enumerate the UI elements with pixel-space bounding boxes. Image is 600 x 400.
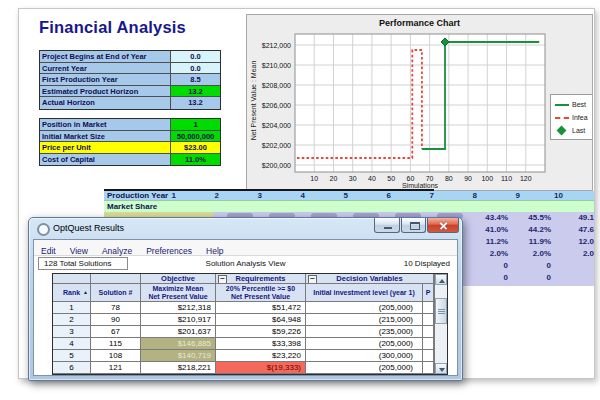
scroll-down-button[interactable] (435, 363, 447, 374)
menu-item-preferences[interactable]: Preferences (139, 244, 199, 256)
group-header-decision-variables[interactable]: Decision Variables− (306, 274, 434, 284)
legend-swatch-diamond-icon (555, 127, 569, 134)
y-axis-label: Net Present Value : Mean (250, 41, 257, 161)
rank-cell[interactable]: 2 (53, 314, 91, 326)
partial-cell[interactable] (423, 338, 434, 350)
objective-cell[interactable]: $212,318 (141, 302, 216, 314)
partial-cell[interactable] (423, 302, 434, 314)
solution-cell[interactable]: 90 (91, 314, 141, 326)
menu-item-help[interactable]: Help (199, 244, 230, 256)
minimize-button[interactable] (374, 218, 400, 233)
detail-cell[interactable]: 12.0 (554, 236, 594, 248)
objective-cell[interactable]: $201,637 (141, 326, 216, 338)
partial-cell[interactable] (423, 326, 434, 338)
requirement-cell[interactable]: $23,220 (216, 350, 306, 362)
column-header-partial[interactable]: P (423, 284, 434, 302)
decision-cell[interactable]: (215,000) (306, 314, 423, 326)
detail-cell[interactable] (554, 272, 594, 284)
param-value-cell[interactable]: 0.0 (171, 63, 220, 75)
param-value-cell[interactable]: 1 (171, 119, 220, 131)
objective-cell[interactable]: $140,719 (141, 350, 216, 362)
column-header-rank[interactable]: Rank▲ (53, 284, 91, 302)
detail-cell[interactable]: 41.0% (468, 224, 511, 236)
column-header-decision[interactable]: Initial investment level (year 1) (306, 284, 423, 302)
maximize-button[interactable] (401, 218, 426, 233)
result-row[interactable]: 6121$218,221$(19,333)(205,000) (53, 362, 447, 374)
objective-cell[interactable]: $218,221 (141, 362, 216, 374)
decision-cell[interactable]: (205,000) (306, 362, 423, 374)
result-row[interactable]: 367$201,637$59,226(235,000) (53, 326, 447, 338)
result-row[interactable]: 178$212,318$51,472(205,000) (53, 302, 447, 314)
window-titlebar[interactable]: OptQuest Results (29, 218, 462, 239)
column-header-requirement[interactable]: 20% Percentile >= $0Net Present Value (216, 284, 306, 302)
close-button[interactable] (427, 218, 459, 233)
detail-cell[interactable]: 11.9% (511, 236, 554, 248)
param-value-cell[interactable]: 11.0% (171, 154, 220, 166)
rank-cell[interactable]: 1 (53, 302, 91, 314)
param-value-cell[interactable]: 13.2 (171, 97, 220, 109)
group-header-objective[interactable]: Objective (141, 274, 216, 284)
requirement-cell[interactable]: $33,398 (216, 338, 306, 350)
decision-cell[interactable]: (300,000) (306, 350, 423, 362)
decision-cell[interactable]: (205,000) (306, 338, 423, 350)
scroll-up-button[interactable] (435, 274, 447, 285)
partial-cell[interactable] (423, 362, 434, 374)
param-value-cell[interactable]: 0.0 (171, 51, 220, 63)
detail-cell[interactable]: 44.2% (511, 224, 554, 236)
objective-cell[interactable]: $146,885 (141, 338, 216, 350)
param-value-cell[interactable]: $23.00 (171, 142, 220, 154)
detail-cell[interactable]: 11.2% (468, 236, 511, 248)
solution-cell[interactable]: 115 (91, 338, 141, 350)
decision-cell[interactable]: (205,000) (306, 302, 423, 314)
scrollbar-thumb[interactable] (435, 298, 447, 324)
group-header-requirements[interactable]: Requirements− (216, 274, 306, 284)
detail-cell[interactable]: 2.0% (468, 248, 511, 260)
page-title: Financial Analysis (39, 18, 186, 37)
requirement-cell[interactable]: $59,226 (216, 326, 306, 338)
objective-cell[interactable]: $210,917 (141, 314, 216, 326)
detail-cell[interactable]: 2.0% (511, 248, 554, 260)
requirement-cell[interactable]: $64,948 (216, 314, 306, 326)
rank-cell[interactable]: 5 (53, 350, 91, 362)
decision-cell[interactable]: (235,000) (306, 326, 423, 338)
optquest-icon[interactable] (37, 223, 50, 236)
detail-cell[interactable]: 0 (511, 272, 554, 284)
collapse-icon[interactable]: − (218, 275, 227, 284)
result-row[interactable]: 4115$146,885$33,398(205,000) (53, 338, 447, 350)
detail-cell[interactable]: 0 (468, 272, 511, 284)
solution-cell[interactable]: 67 (91, 326, 141, 338)
chart-legend: BestInfeaLast (550, 94, 593, 140)
column-header-solution[interactable]: Solution # (91, 284, 141, 302)
menu-item-analyze[interactable]: Analyze (95, 244, 139, 256)
param-row: Actual Horizon13.2 (40, 97, 220, 109)
menu-item-edit[interactable]: Edit (34, 244, 63, 256)
param-value-cell[interactable]: 13.2 (171, 86, 220, 98)
requirement-cell[interactable]: $51,472 (216, 302, 306, 314)
partial-cell[interactable] (423, 314, 434, 326)
rank-cell[interactable]: 6 (53, 362, 91, 374)
detail-cell[interactable]: 47.6 (554, 224, 594, 236)
detail-cell[interactable]: 43.4% (468, 212, 511, 224)
thumb-grip-icon (438, 309, 445, 310)
param-value-cell[interactable]: 50,000,000 (171, 131, 220, 143)
detail-cell[interactable]: 2.0 (554, 248, 594, 260)
result-row[interactable]: 290$210,917$64,948(215,000) (53, 314, 447, 326)
menu-item-view[interactable]: View (63, 244, 95, 256)
requirement-cell[interactable]: $(19,333) (216, 362, 306, 374)
vertical-scrollbar[interactable] (434, 274, 447, 374)
solution-cell[interactable]: 78 (91, 302, 141, 314)
param-value-cell[interactable]: 8.5 (171, 74, 220, 86)
detail-cell[interactable]: 0 (511, 260, 554, 272)
result-row[interactable]: 5108$140,719$23,220(300,000) (53, 350, 447, 362)
detail-cell[interactable]: 49.1 (554, 212, 594, 224)
detail-cell[interactable] (554, 260, 594, 272)
detail-cell[interactable]: 0 (468, 260, 511, 272)
column-header-objective[interactable]: Maximize MeanNet Present Value (141, 284, 216, 302)
solution-cell[interactable]: 108 (91, 350, 141, 362)
rank-cell[interactable]: 3 (53, 326, 91, 338)
solution-cell[interactable]: 121 (91, 362, 141, 374)
detail-cell[interactable]: 45.5% (511, 212, 554, 224)
collapse-icon[interactable]: − (308, 275, 317, 284)
rank-cell[interactable]: 4 (53, 338, 91, 350)
partial-cell[interactable] (423, 350, 434, 362)
